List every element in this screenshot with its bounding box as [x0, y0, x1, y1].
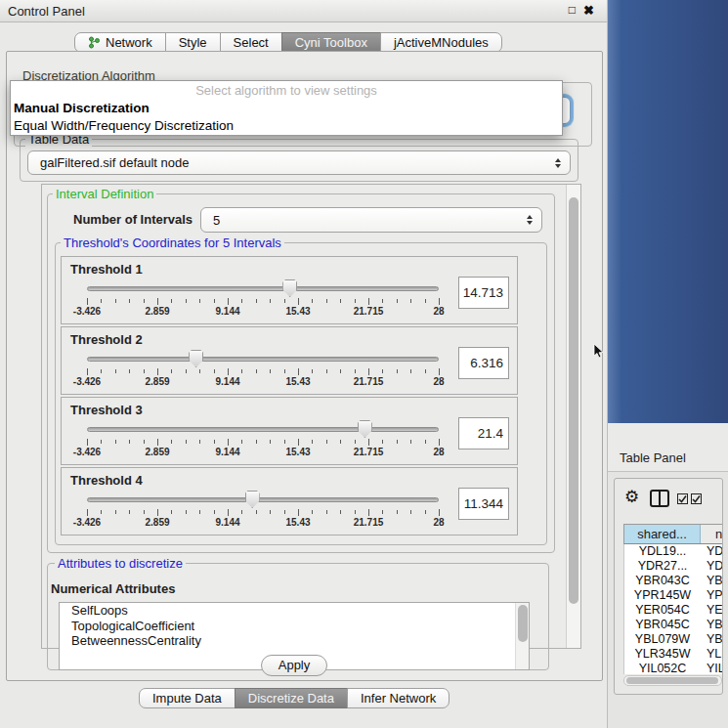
tab-label: Discretize Data — [248, 689, 334, 707]
table-horizontal-scrollbar[interactable] — [623, 675, 722, 686]
table-row[interactable]: YLR345WYLR3 — [624, 647, 722, 662]
table-row[interactable]: YDR27...YDR2 — [624, 559, 722, 574]
checkbox-icon[interactable] — [691, 493, 702, 504]
slider-thumb-icon[interactable] — [189, 350, 203, 367]
tick-mark — [129, 369, 130, 373]
table-data-combobox[interactable]: galFiltered.sif default node — [27, 150, 571, 175]
tab-cyni-toolbox[interactable]: Cyni Toolbox — [281, 32, 381, 53]
tick-mark — [115, 369, 116, 373]
table-row[interactable]: YBL079WYBL0 — [624, 632, 722, 647]
cell-name[interactable]: YIL0 — [701, 662, 722, 674]
network-icon — [88, 36, 101, 49]
tab-impute-data[interactable]: Impute Data — [139, 688, 236, 708]
table-row[interactable]: YBR043CYBR0 — [624, 574, 722, 588]
threshold-slider[interactable]: -3.4262.8599.14415.4321.71528 — [87, 278, 439, 320]
checkbox-icon[interactable] — [677, 493, 688, 504]
table-horizontal-scrollbar-thumb[interactable] — [626, 677, 718, 684]
tick-mark — [397, 369, 398, 373]
tick-label: 2.859 — [145, 517, 169, 528]
settings-scrollbar[interactable] — [566, 185, 580, 648]
columns-icon[interactable] — [650, 490, 669, 507]
tick-mark — [410, 369, 411, 373]
tick-mark — [284, 510, 285, 514]
threshold-value-field[interactable]: 14.713 — [458, 277, 509, 309]
tick-mark — [298, 509, 299, 516]
slider-track[interactable] — [87, 286, 439, 291]
tab-discretize-data[interactable]: Discretize Data — [235, 688, 348, 708]
cell-shared-name[interactable]: YPR145W — [624, 588, 701, 603]
tick-mark — [214, 510, 215, 514]
threshold-slider[interactable]: -3.4262.8599.14415.4321.71528 — [87, 349, 439, 390]
slider-thumb-icon[interactable] — [245, 491, 260, 508]
number-of-intervals-combobox[interactable]: 5 — [200, 207, 542, 233]
cell-shared-name[interactable]: YBR045C — [624, 618, 701, 632]
tick-label: 15.43 — [285, 517, 310, 528]
tick-mark — [284, 440, 285, 444]
table-row[interactable]: YDL19...YDL1 — [624, 544, 722, 559]
tab-infer-network[interactable]: Infer Network — [347, 688, 450, 708]
tick-mark — [228, 298, 229, 305]
table-row[interactable]: YER054CYER0 — [624, 603, 722, 618]
threshold-slider[interactable]: -3.4262.8599.14415.4321.71528 — [87, 490, 439, 531]
popup-item-manual-discretization[interactable]: Manual Discretization — [11, 100, 562, 117]
cell-shared-name[interactable]: YIL052C — [624, 662, 701, 674]
tick-mark — [425, 440, 426, 444]
tick-mark — [157, 509, 158, 516]
cell-name[interactable]: YDR2 — [701, 559, 722, 574]
table-row[interactable]: YPR145WYPR1 — [624, 588, 722, 603]
apply-button[interactable]: Apply — [261, 655, 327, 676]
cell-shared-name[interactable]: YBL079W — [624, 632, 701, 647]
table-row[interactable]: YIL052CYIL0 — [624, 662, 722, 674]
bottom-tab-bar: Impute Data Discretize Data Infer Networ… — [139, 688, 450, 708]
threshold-value-field[interactable]: 21.4 — [458, 417, 509, 450]
tick-mark — [355, 299, 356, 303]
tick-mark — [186, 440, 187, 444]
float-window-icon[interactable]: □ — [569, 3, 576, 17]
tab-network[interactable]: Network — [74, 32, 166, 53]
cell-name[interactable]: YBR0 — [701, 574, 722, 588]
slider-thumb-icon[interactable] — [358, 420, 372, 438]
cell-shared-name[interactable]: YBR043C — [624, 574, 701, 588]
tab-jactivemnodules[interactable]: jActiveMNodules — [380, 32, 502, 53]
tick-mark — [101, 510, 102, 514]
control-panel-titlebar: Control Panel □ ✖ — [0, 0, 607, 22]
slider-track[interactable] — [87, 427, 439, 432]
threshold-slider[interactable]: -3.4262.8599.14415.4321.71528 — [87, 419, 439, 460]
cell-name[interactable]: YBL0 — [701, 632, 722, 647]
table-row[interactable]: YBR045CYBR0 — [624, 618, 722, 632]
cell-name[interactable]: YLR3 — [701, 647, 722, 662]
popup-item-equal-width-frequency[interactable]: Equal Width/Frequency Discretization — [11, 117, 562, 135]
slider-track[interactable] — [87, 497, 439, 502]
tick-mark — [425, 299, 426, 303]
slider-track[interactable] — [87, 357, 439, 362]
cell-name[interactable]: YER0 — [701, 603, 722, 618]
top-tab-bar: Network Style Select Cyni Toolbox jActiv… — [74, 32, 502, 53]
settings-scrollbar-thumb[interactable] — [569, 197, 578, 604]
close-icon[interactable]: ✖ — [583, 3, 594, 18]
attribute-item[interactable]: BetweennessCentrality — [60, 633, 529, 649]
cell-shared-name[interactable]: YLR345W — [624, 647, 701, 662]
tick-mark — [355, 440, 356, 444]
gear-icon[interactable]: ⚙ — [624, 489, 639, 505]
tick-mark — [228, 509, 229, 516]
attributes-scrollbar-thumb[interactable] — [518, 605, 528, 642]
attributes-scrollbar[interactable] — [515, 603, 529, 669]
threshold-value-field[interactable]: 6.316 — [458, 347, 509, 379]
cell-shared-name[interactable]: YDL19... — [624, 544, 701, 559]
cell-name[interactable]: YPR1 — [701, 588, 722, 603]
slider-tick-labels: -3.4262.8599.14415.4321.71528 — [87, 517, 439, 529]
cell-shared-name[interactable]: YDR27... — [624, 559, 701, 574]
tick-mark — [397, 440, 398, 444]
cell-shared-name[interactable]: YER054C — [624, 603, 701, 618]
table-header-row: shared... na — [623, 524, 722, 544]
tab-select[interactable]: Select — [220, 32, 282, 53]
slider-thumb-icon[interactable] — [282, 279, 297, 297]
attribute-item[interactable]: SelfLoops — [60, 603, 529, 619]
cell-name[interactable]: YBR0 — [701, 618, 722, 632]
tab-style[interactable]: Style — [165, 32, 221, 53]
threshold-value-field[interactable]: 11.344 — [458, 488, 509, 520]
cell-name[interactable]: YDL1 — [701, 544, 722, 559]
column-header-name[interactable]: na — [701, 525, 722, 543]
attribute-item[interactable]: TopologicalCoefficient — [60, 619, 529, 634]
column-header-shared-name[interactable]: shared... — [624, 525, 701, 543]
